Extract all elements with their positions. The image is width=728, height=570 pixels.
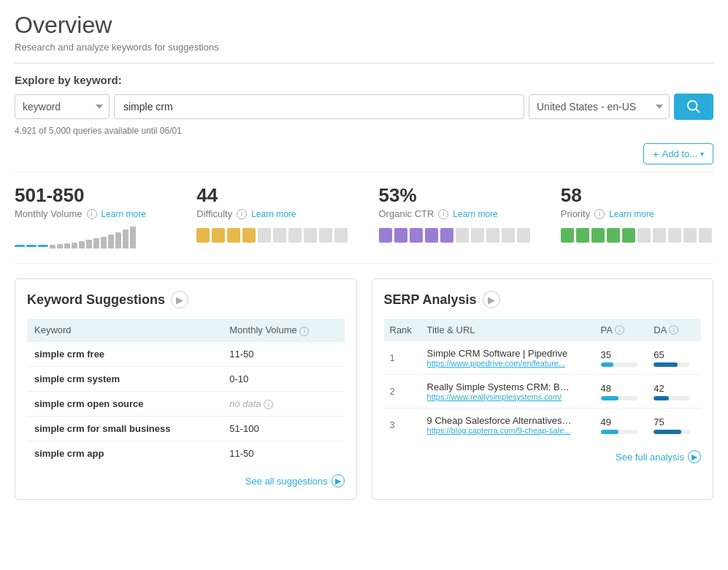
pri-bar-3 — [591, 228, 605, 243]
difficulty-label: Difficulty — [196, 208, 232, 219]
kw-vol-info-icon[interactable]: i — [299, 327, 309, 336]
vol-dash-3 — [38, 245, 48, 247]
difficulty-value: 44 — [196, 184, 349, 207]
see-all-row: See all suggestions ▶ — [27, 474, 345, 487]
kw-table-row: simple crm system0-10 — [27, 366, 345, 391]
serp-cell-da: 65 — [648, 341, 701, 375]
vol-bar-4 — [72, 243, 77, 248]
vol-bar-8 — [101, 237, 107, 248]
ctr-bar-9 — [502, 228, 515, 243]
ctr-bar-8 — [486, 228, 499, 243]
see-full-label: See full analysis — [616, 452, 684, 463]
priority-info-icon[interactable]: i — [594, 209, 605, 219]
page-subtitle: Research and analyze keywords for sugges… — [15, 42, 713, 53]
serp-url-link[interactable]: https://blog.capterra.com/9-cheap-sale..… — [427, 426, 573, 435]
diff-bar-9 — [319, 228, 332, 243]
see-full-link[interactable]: See full analysis ▶ — [616, 450, 701, 463]
kw-table-row: simple crm for small business51-100 — [27, 417, 345, 441]
kw-panel-arrow[interactable]: ▶ — [171, 291, 188, 308]
serp-cell-pa: 49 — [595, 408, 648, 442]
plus-icon: + — [653, 148, 659, 160]
difficulty-learn-more[interactable]: Learn more — [251, 209, 296, 219]
pri-bar-5 — [622, 228, 635, 243]
volume-learn-more[interactable]: Learn more — [101, 209, 146, 219]
ctr-value: 53% — [379, 184, 532, 207]
da-info-icon[interactable]: i — [669, 325, 678, 335]
metric-volume: 501-850 Monthly Volume i Learn more — [15, 184, 167, 248]
serp-table-row: 1Simple CRM Software | Pipedrivehttps://… — [384, 341, 702, 375]
ctr-bars — [379, 225, 532, 243]
kw-table-row: simple crm open sourceno data i — [27, 391, 345, 417]
keyword-input[interactable] — [114, 94, 524, 119]
pri-bar-2 — [576, 228, 589, 243]
difficulty-info-icon[interactable]: i — [237, 209, 247, 219]
vol-bar-3 — [64, 243, 70, 248]
vol-dash-2 — [26, 245, 37, 247]
serp-table-header-row: Rank Title & URL PA i DA i — [384, 319, 702, 341]
difficulty-bars — [196, 225, 349, 243]
header-divider — [15, 63, 713, 64]
volume-chart — [15, 225, 167, 248]
vol-bar-5 — [79, 241, 85, 248]
ctr-label: Organic CTR — [379, 208, 434, 219]
vol-bar-6 — [86, 240, 92, 248]
vol-bar-11 — [123, 229, 129, 248]
serp-cell-title-url: Simple CRM Software | Pipedrivehttps://w… — [421, 341, 595, 375]
volume-info-icon[interactable]: i — [87, 209, 97, 219]
pri-bar-4 — [607, 228, 620, 243]
priority-learn-more[interactable]: Learn more — [609, 209, 654, 219]
kw-panel-title-row: Keyword Suggestions ▶ — [27, 291, 345, 308]
vol-bar-2 — [57, 244, 63, 248]
pa-info-icon[interactable]: i — [615, 325, 624, 335]
serp-cell-pa: 48 — [595, 375, 648, 408]
ctr-bar-6 — [456, 228, 469, 243]
kw-cell-volume: 11-50 — [222, 441, 344, 466]
ctr-learn-more[interactable]: Learn more — [453, 209, 497, 219]
serp-panel-arrow[interactable]: ▶ — [483, 291, 500, 308]
kw-cell-keyword: simple crm free — [27, 342, 222, 367]
keyword-suggestions-table: Keyword Monthly Volume i simple crm free… — [27, 319, 345, 466]
kw-table-body: simple crm free11-50simple crm system0-1… — [27, 342, 345, 466]
add-to-row: + Add to... ▾ — [15, 143, 713, 164]
serp-cell-rank: 2 — [384, 375, 421, 408]
serp-panel-title: SERP Analysis — [384, 292, 477, 308]
see-all-link[interactable]: See all suggestions ▶ — [245, 474, 345, 487]
serp-col-rank: Rank — [384, 319, 421, 341]
serp-cell-title-url: Really Simple Systems CRM: Best CRM ...h… — [421, 375, 595, 408]
search-type-select[interactable]: keyword domain url — [15, 94, 110, 119]
kw-cell-volume: 51-100 — [222, 417, 344, 441]
kw-col-keyword: Keyword — [27, 319, 222, 342]
serp-url-link[interactable]: https://www.pipedrive.com/en/feature... — [427, 359, 573, 368]
search-icon — [687, 100, 700, 113]
volume-label: Monthly Volume — [15, 208, 83, 219]
serp-cell-pa: 35 — [595, 341, 648, 375]
pri-bar-9 — [683, 228, 697, 243]
serp-cell-rank: 3 — [384, 408, 421, 442]
kw-table-row: simple crm app11-50 — [27, 441, 345, 466]
serp-url-link[interactable]: https://www.reallysimplesystems.com/ — [427, 392, 573, 401]
page-title: Overview — [15, 12, 713, 39]
search-row: keyword domain url United States - en-US… — [15, 94, 713, 120]
serp-table-body: 1Simple CRM Software | Pipedrivehttps://… — [384, 341, 702, 441]
search-button[interactable] — [674, 94, 713, 120]
kw-cell-volume: no data i — [222, 391, 344, 417]
kw-cell-keyword: simple crm open source — [27, 391, 222, 417]
ctr-bar-7 — [471, 228, 484, 243]
diff-bar-1 — [196, 228, 210, 243]
add-to-label: Add to... — [662, 148, 697, 159]
volume-value: 501-850 — [15, 184, 167, 207]
serp-cell-rank: 1 — [384, 341, 421, 375]
serp-cell-da: 42 — [648, 375, 701, 408]
add-to-button[interactable]: + Add to... ▾ — [643, 143, 713, 164]
see-all-label: See all suggestions — [245, 476, 328, 487]
pri-bar-6 — [637, 228, 651, 243]
ctr-info-icon[interactable]: i — [438, 209, 448, 219]
no-data-info-icon[interactable]: i — [264, 400, 273, 409]
ctr-bar-1 — [379, 228, 392, 243]
vol-bar-7 — [93, 238, 99, 248]
region-select[interactable]: United States - en-US United Kingdom - e… — [529, 94, 670, 119]
priority-value: 58 — [561, 184, 713, 207]
ctr-bar-10 — [517, 228, 530, 243]
serp-table-row: 39 Cheap Salesforce Alternatives that M.… — [384, 408, 702, 442]
priority-bars — [561, 225, 713, 243]
